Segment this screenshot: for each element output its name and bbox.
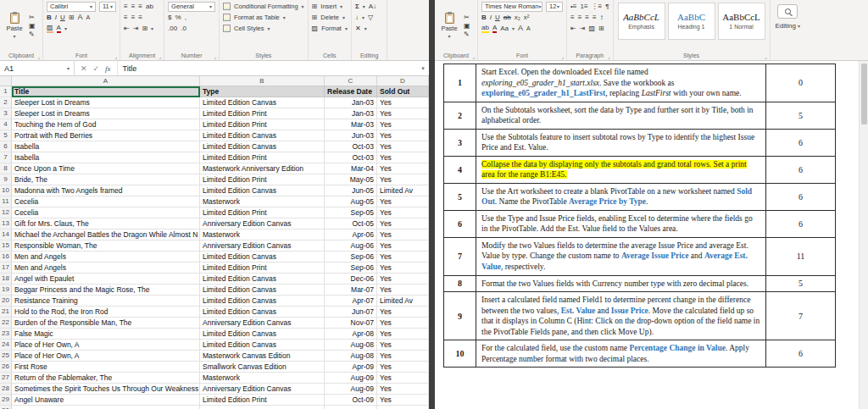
grid-cell[interactable]: Angel Unaware [12,395,200,406]
row-header[interactable]: 16 [0,251,12,263]
grid-cell[interactable]: Smallwork Canvas Edition [200,362,325,373]
grid-cell[interactable]: Place of Her Own, A [12,351,200,362]
grid-cell[interactable]: Yes [377,163,429,174]
row-header[interactable]: 5 [0,130,12,141]
grid-cell[interactable]: Sometimes the Spirit Touches Us Through … [12,384,200,395]
grid-cell[interactable]: Nov-07 [325,318,377,329]
conditional-formatting-button[interactable]: Conditional Formatting [234,3,298,10]
grid-cell[interactable]: Limited Edition Canvas [200,185,325,196]
column-header-a[interactable]: A [12,76,200,86]
style-card-emphasis[interactable]: AaBbCcL Emphasis [618,3,665,40]
percent-style-button[interactable]: % [175,14,181,21]
step-points[interactable]: 6 [766,156,836,183]
step-points[interactable]: 0 [766,64,836,102]
grid-cell[interactable]: Sleeper Lost in Dreams [12,97,200,108]
formula-bar-input[interactable]: Title [118,61,417,75]
row-header[interactable]: 26 [0,362,12,373]
column-header-b[interactable]: B [200,76,325,86]
numbering-button[interactable]: 1≡ [580,3,587,10]
step-instructions[interactable]: Use the Type and Issue Price fields, ena… [476,210,766,237]
shrink-font-button[interactable]: A [86,14,90,20]
italic-button[interactable]: I [55,14,57,21]
grid-cell[interactable]: Jan-03 [325,97,377,108]
step-number[interactable]: 1 [444,64,476,102]
grid-cell[interactable]: Cecelia [12,207,200,218]
grid-cell[interactable]: Isabella [12,152,200,163]
grid-cell[interactable]: Yes [377,340,429,351]
grid-cell[interactable]: Isabella [12,141,200,152]
borders-button[interactable]: ⊞ [598,25,604,32]
row-header[interactable]: 12 [0,207,12,218]
grid-cell[interactable]: Madonna with Two Angels framed [12,185,200,196]
enter-icon[interactable]: ✓ [93,64,100,73]
name-box[interactable]: A1 ▾ [0,61,75,75]
format-painter-icon[interactable]: ✎ [29,31,36,38]
row-header[interactable]: 14 [0,229,12,240]
row-header[interactable]: 29 [0,395,12,406]
align-right-button[interactable]: ≡ [138,14,142,21]
grid-cell[interactable]: Yes [377,362,429,373]
step-instructions[interactable]: For the calculated field, use the custom… [476,340,766,368]
grid-cell[interactable]: Jun-05 [325,185,377,196]
style-card-normal[interactable]: AaBbCcL 1 Normal [718,3,765,40]
grid-cell[interactable]: Dec-06 [325,274,377,285]
grid-cell[interactable]: Limited Edition Canvas [200,285,325,296]
grid-cell[interactable]: Yes [377,218,429,229]
format-button[interactable]: Format [321,25,342,32]
grid-cell[interactable]: Yes [377,263,429,274]
step-number[interactable]: 4 [444,156,476,183]
grid-cell[interactable]: Masterwork [200,229,325,240]
grid-cell[interactable]: Sold Out [377,86,429,97]
cell-a1-selected[interactable]: Title [12,86,200,97]
grid-cell[interactable]: Gift for Mrs. Claus, The [12,218,200,229]
font-name-select[interactable]: Times New Roman▾ [481,2,542,12]
clear-button[interactable]: ✕ [355,25,361,32]
grid-cell[interactable]: Masterwork [200,373,325,384]
fill-button[interactable]: ↓ [355,14,359,21]
step-points[interactable]: 6 [766,183,836,210]
cut-icon[interactable]: ✂ [464,14,470,21]
grid-cell[interactable]: Michael the Archangel Battles the Dragon… [12,229,200,240]
grid-cell[interactable] [325,406,377,409]
grid-cell[interactable]: Once Upon a Time [12,163,200,174]
grid-cell[interactable]: Masterwork Canvas Edition [200,351,325,362]
grid-cell[interactable]: Return of the Fablemaker, The [12,373,200,384]
grid-cell[interactable]: Yes [377,384,429,395]
grid-cell[interactable]: Limited Edition Print [200,207,325,218]
step-number[interactable]: 7 [444,237,476,275]
grid-cell[interactable]: Sep-06 [325,251,377,263]
grid-cell[interactable] [200,406,325,409]
grid-cell[interactable]: Resistance Training [12,296,200,307]
paste-button[interactable]: Paste ▾ [3,13,26,39]
grid-cell[interactable]: Limited Edition Canvas [200,130,325,141]
dialog-launcher-icon[interactable]: ⌟ [37,53,40,59]
grid-cell[interactable]: Oct-09 [325,395,377,406]
dialog-launcher-icon[interactable]: ⌟ [159,53,161,59]
row-header[interactable]: 23 [0,329,12,340]
change-case-button[interactable]: Aa [500,25,509,32]
grid-cell[interactable]: Jun-07 [325,307,377,318]
grid-cell[interactable]: Burden of the Responsible Man, The [12,318,200,329]
align-left-button[interactable]: ≡ [570,14,575,21]
grid-cell[interactable]: Oct-03 [325,152,377,163]
underline-button[interactable]: U [60,14,65,21]
grid-cell[interactable]: Limited Edition Print [200,395,325,406]
autosum-button[interactable]: Σ [355,3,359,10]
copy-icon[interactable]: ▣ [29,23,36,30]
sort-filter-button[interactable]: A↓ [369,3,376,10]
row-header[interactable]: 4 [0,119,12,130]
italic-button[interactable]: I [490,14,492,21]
select-all-corner[interactable] [0,76,12,86]
step-instructions[interactable]: On the Subtotals worksheet, sort the dat… [476,102,766,129]
cut-icon[interactable]: ✂ [29,14,36,21]
grid-cell[interactable]: Apr-08 [325,329,377,340]
step-instructions[interactable]: Collapse the data by displaying only the… [476,156,766,183]
grid-cell[interactable]: Apr-07 [325,296,377,307]
step-instructions[interactable]: Modify the two Values fields to determin… [476,237,766,275]
editing-button[interactable]: Editing ▾ [776,22,800,30]
grid-cell[interactable]: Touching the Hem of God [12,119,200,130]
row-header[interactable]: 9 [0,174,12,185]
step-points[interactable]: 6 [766,129,836,156]
grid-cell[interactable]: Limited Edition Canvas [200,340,325,351]
grid-cell[interactable]: Limited Edition Canvas [200,307,325,318]
